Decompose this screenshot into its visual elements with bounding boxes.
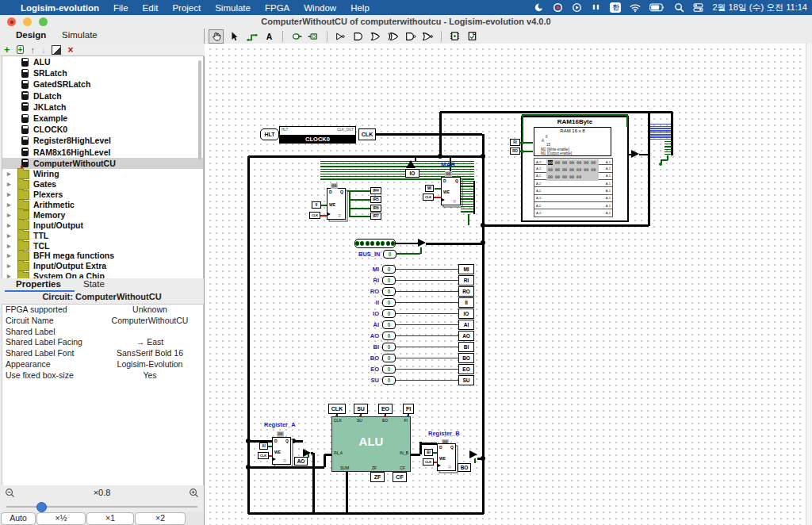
tree-item-circuit[interactable]: SRLatch (2, 67, 203, 79)
mar-register[interactable]: D Q WE R (441, 177, 461, 205)
input-pin-icon[interactable] (289, 30, 303, 43)
reg-a-we-pin[interactable]: AI (259, 443, 268, 450)
ram-ri-pin[interactable]: RI (510, 139, 520, 146)
signal-input-pin[interactable]: 0 (382, 276, 396, 285)
signal-input-pin[interactable]: 0 (382, 376, 396, 385)
slider-track[interactable] (6, 506, 197, 508)
clk-output-pin[interactable]: CLK (358, 128, 376, 140)
window-title-bar[interactable]: ComputerWithoutCU of computerwithoutcu -… (0, 15, 812, 29)
ram-memory-contents[interactable]: 00 00 00 00 00 00 00 00 00 00 00 00 00 0… (546, 159, 599, 182)
buffer-gate[interactable] (631, 150, 639, 158)
canvas-vertical-scrollbar[interactable] (806, 44, 812, 525)
add-vhdl-icon[interactable] (465, 30, 479, 43)
menu-edit[interactable]: Edit (143, 3, 159, 13)
property-row[interactable]: AppearanceLogisim-Evolution (2, 359, 203, 370)
menu-simulate[interactable]: Simulate (215, 3, 251, 13)
expand-arrow-icon[interactable]: ▸ (7, 232, 13, 240)
battery-icon[interactable] (649, 3, 665, 12)
and-gate-icon[interactable] (351, 30, 365, 43)
register-value[interactable]: 00 (331, 183, 338, 189)
signal-tunnel[interactable]: RI (458, 275, 474, 285)
bus-input-8bit-pin[interactable] (354, 239, 396, 248)
tree-item-circuit[interactable]: CLOCK0 (2, 124, 203, 135)
delete-circuit-button[interactable]: × (67, 45, 73, 55)
io-tunnel[interactable]: IO (405, 169, 419, 178)
alu-fi-tunnel[interactable]: FI (403, 404, 414, 414)
menu-help[interactable]: Help (350, 3, 370, 13)
tree-item-circuit[interactable]: DLatch (2, 90, 203, 102)
zoom-half-button[interactable]: ×½ (36, 512, 86, 525)
property-row[interactable]: Circuit NameComputerWithoutCU (2, 316, 203, 327)
add-circuit-button[interactable]: + (4, 45, 10, 55)
add-circuit-icon[interactable] (448, 30, 462, 43)
expand-arrow-icon[interactable]: ▸ (7, 262, 13, 270)
reg-b-we-pin[interactable]: BI (424, 449, 433, 456)
wifi-icon[interactable] (630, 3, 641, 13)
app-status-icon[interactable] (534, 2, 544, 13)
spotlight-search-icon[interactable] (674, 2, 684, 13)
tree-item-library[interactable]: ▸TTL (2, 230, 203, 240)
signal-input-pin[interactable]: 0 (382, 298, 396, 307)
alu-su-tunnel[interactable]: SU (354, 404, 368, 414)
ir-we-pin[interactable]: II (312, 201, 321, 209)
ram16byte-subcircuit[interactable]: RAM16Byte RAM 16 x 8 0 A 15 M2 [Write en… (521, 116, 629, 222)
input-source-icon[interactable]: 한 (610, 2, 621, 13)
buffer-gate[interactable] (418, 239, 426, 247)
reg-b-clk-pin[interactable]: CLK (423, 458, 434, 466)
signal-tunnel[interactable]: BI (458, 342, 474, 352)
ram-memory-grid[interactable]: A,2A,1 A,2A,1 A,2A,1 A,2A,1 A,2A,1 A,2A,… (534, 158, 613, 217)
ram-ro-pin[interactable]: RO (510, 148, 520, 155)
property-row[interactable]: Shared Label (2, 327, 203, 338)
expand-arrow-icon[interactable]: ▸ (7, 211, 13, 219)
menu-file[interactable]: File (113, 3, 128, 13)
signal-tunnel[interactable]: RO (458, 286, 474, 297)
ir4-tunnel[interactable]: IR4 (370, 187, 381, 194)
play-status-icon[interactable] (572, 2, 582, 13)
nand-gate-icon[interactable] (404, 30, 417, 43)
zoom-one-button[interactable]: ×1 (86, 512, 134, 525)
property-row[interactable]: Shared Label FontSansSerif Bold 16 (2, 348, 203, 359)
tab-simulate[interactable]: Simulate (62, 30, 98, 40)
alu-subcircuit[interactable]: CLK SU EO FI IN_A IN_B SUM ZF CF ALU (331, 416, 411, 472)
expand-arrow-icon[interactable]: ▸ (7, 242, 13, 250)
instruction-register[interactable]: D Q WE R (327, 188, 346, 220)
control-center-icon[interactable] (693, 2, 703, 13)
signal-input-pin[interactable]: 0 (382, 365, 396, 374)
register-a[interactable]: D Q WE R (272, 437, 291, 465)
signal-input-pin[interactable]: 0 (382, 309, 396, 318)
or-gate-icon[interactable] (369, 30, 382, 43)
alu-eo-tunnel[interactable]: EO (378, 404, 393, 414)
tree-item-circuit[interactable]: ALU (2, 56, 203, 67)
zf-tunnel[interactable]: ZF (370, 472, 385, 482)
not-gate-icon[interactable] (334, 30, 347, 43)
register-value[interactable]: 00 (445, 171, 452, 177)
tree-item-library[interactable]: ▸Gates (2, 179, 203, 190)
register-value[interactable]: 00 (277, 431, 284, 437)
bus-in-pin[interactable]: 0 (383, 250, 396, 259)
signal-input-pin[interactable]: 0 (382, 265, 396, 274)
tree-item-circuit[interactable]: JKLatch (2, 102, 203, 113)
signal-tunnel[interactable]: AI (458, 320, 474, 330)
expand-arrow-icon[interactable]: ▸ (7, 251, 13, 259)
close-window-button[interactable] (7, 17, 16, 26)
expand-arrow-icon[interactable]: ▸ (7, 190, 13, 198)
tree-scrollbar[interactable] (198, 60, 201, 159)
move-up-button[interactable]: ↑ (30, 45, 35, 55)
property-row[interactable]: FPGA supportedUnknown (2, 305, 203, 316)
schematic-canvas[interactable]: HLT HLT CLK_OUT CLOCK0 CLK D Q WE R 00 I… (205, 44, 806, 525)
expand-arrow-icon[interactable]: ▸ (7, 221, 13, 229)
xor-gate-icon[interactable] (386, 30, 400, 43)
tree-item-library[interactable]: ▸Wiring (2, 169, 203, 179)
menu-bar-clock[interactable]: 2월 18일 (수) 오전 11:14 (712, 2, 807, 13)
tree-item-library[interactable]: ▸Input/Output (2, 220, 203, 230)
property-row[interactable]: Use fixed box-sizeYes (2, 370, 203, 381)
ir5-tunnel[interactable]: IR5 (370, 196, 381, 203)
zoom-auto-button[interactable]: Auto (1, 512, 36, 525)
menu-project[interactable]: Project (172, 3, 201, 13)
signal-input-pin[interactable]: 0 (382, 354, 396, 362)
tree-item-library[interactable]: ▸Plexers (2, 190, 203, 200)
airpods-icon[interactable] (591, 2, 601, 13)
property-row[interactable]: Shared Label Facing→ East (2, 337, 203, 348)
ao-tunnel[interactable]: AO (294, 457, 308, 466)
zoom-slider[interactable] (0, 501, 204, 512)
